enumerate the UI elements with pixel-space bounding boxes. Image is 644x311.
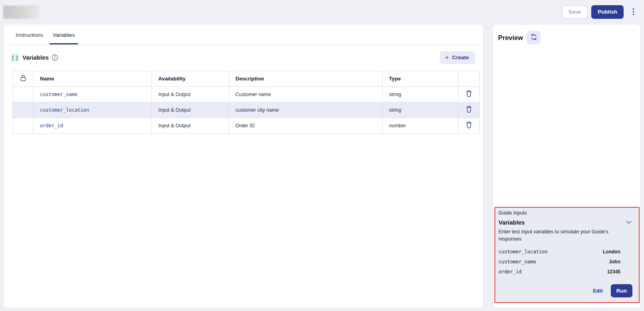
trash-icon [466,108,472,114]
guide-inputs-footer: Edit Run [498,284,636,299]
description-cell: Order ID [229,118,383,133]
availability-cell: Input & Output [152,118,229,133]
tab-variables[interactable]: Variables [50,24,78,44]
table-header-row: Name Availability Description Type [13,71,480,86]
column-header-name: Name [34,71,152,86]
variable-name-link[interactable]: customer_location [40,107,89,113]
table-row: customer_name Input & Output Customer na… [13,86,480,102]
field-name: customer_location [498,249,548,255]
availability-cell: Input & Output [152,86,229,102]
trash-icon [466,124,472,130]
lock-icon [20,77,26,83]
column-header-description: Description [229,71,383,86]
delete-variable-button[interactable] [464,120,474,130]
column-header-type: Type [383,71,459,86]
page: Save Publish Instructions Variables [ ] … [0,0,644,311]
more-options-button[interactable] [630,6,637,18]
preview-header: Preview [493,24,640,44]
input-field-row: customer_location London [498,249,636,255]
variables-section-header: [ ] Variables + Create [11,51,475,64]
field-value[interactable]: 12345 [607,269,620,275]
publish-button[interactable]: Publish [591,5,624,19]
input-field-row: order_id 12345 [498,269,636,275]
table-row: order_id Input & Output Order ID number [13,118,480,133]
type-cell: string [383,102,459,118]
plus-icon: + [445,55,449,60]
guide-inputs-variables-title: Variables [498,219,525,226]
variable-name-link[interactable]: order_id [40,123,63,128]
guide-inputs-label: Guide Inputs [498,209,636,216]
editor-card: Instructions Variables [ ] Variables + C… [3,24,484,308]
variables-table: Name Availability Description Type custo… [12,71,480,134]
kebab-icon [632,8,634,16]
delete-variable-button[interactable] [464,89,474,99]
variables-section-title: Variables [22,54,49,61]
field-name: order_id [498,269,522,275]
delete-variable-button[interactable] [464,105,474,115]
preview-panel: Preview Guide Inputs Variables [492,24,641,308]
lock-cell [13,118,34,133]
create-variable-button[interactable]: + Create [440,51,475,64]
main-layout: Instructions Variables [ ] Variables + C… [0,24,644,311]
save-button[interactable]: Save [562,5,588,19]
app-logo [3,6,39,19]
description-cell: Customer name [229,86,383,102]
refresh-icon [530,34,537,42]
guide-inputs-fields: customer_location London customer_name J… [498,249,636,275]
array-brackets-icon: [ ] [11,54,19,61]
field-value[interactable]: John [609,259,620,265]
lock-cell [13,102,34,118]
type-cell: number [383,118,459,133]
trash-icon [466,92,472,98]
guide-inputs-description: Enter test input variables to simulate y… [498,229,631,243]
column-header-availability: Availability [152,71,229,86]
collapse-panel-button[interactable] [625,219,632,226]
topbar-actions: Save Publish [562,5,637,19]
table-row: customer_location Input & Output custome… [13,102,480,118]
refresh-preview-button[interactable] [527,31,540,44]
edit-inputs-button[interactable]: Edit [593,288,603,294]
field-value[interactable]: London [603,249,620,255]
run-button[interactable]: Run [611,284,632,298]
topbar: Save Publish [0,0,644,24]
type-cell: string [383,86,459,102]
column-header-actions [459,71,480,86]
input-field-row: customer_name John [498,259,636,265]
availability-cell: Input & Output [152,102,229,118]
lock-column-header [13,71,34,86]
preview-title: Preview [498,34,523,42]
info-icon[interactable] [52,54,58,61]
field-name: customer_name [498,259,536,265]
guide-inputs-panel: Guide Inputs Variables Enter test input … [494,207,640,303]
chevron-down-icon [626,219,632,225]
variables-content: [ ] Variables + Create [4,45,483,134]
variable-name-link[interactable]: customer_name [40,92,78,97]
description-cell: customer city name [229,102,383,118]
tab-instructions[interactable]: Instructions [12,24,46,44]
lock-cell [13,86,34,102]
tab-bar: Instructions Variables [4,24,483,45]
create-button-label: Create [452,55,469,60]
